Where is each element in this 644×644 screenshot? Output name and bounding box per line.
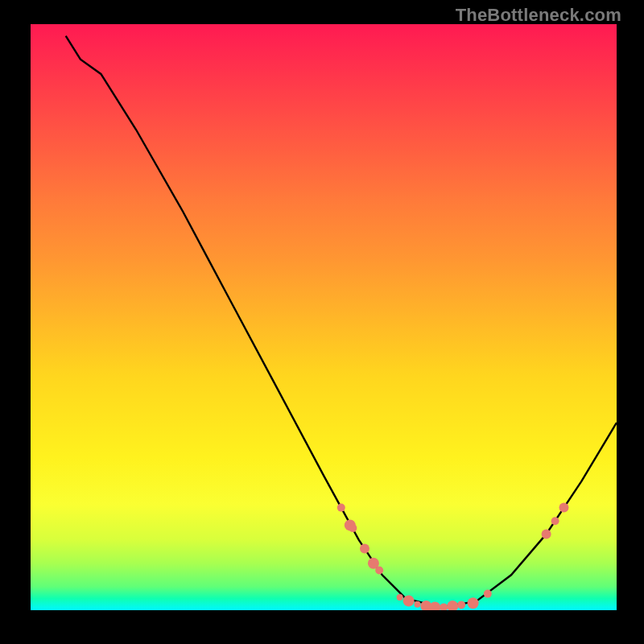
curve-marker: [397, 594, 403, 601]
bottleneck-curve: [66, 36, 617, 608]
curve-marker: [542, 529, 551, 539]
plot-area: [31, 24, 617, 610]
curve-marker: [457, 601, 465, 609]
curve-marker: [415, 601, 421, 608]
curve-marker: [337, 504, 345, 512]
chart-frame: TheBottleneck.com: [0, 0, 644, 644]
curve-markers: [337, 503, 569, 610]
curve-marker: [447, 601, 458, 610]
curve-marker: [468, 597, 479, 609]
curve-marker: [440, 603, 448, 610]
curve-marker: [349, 524, 357, 532]
curve-marker: [559, 503, 569, 513]
watermark-text: TheBottleneck.com: [456, 5, 621, 26]
curve-marker: [551, 517, 559, 525]
curve-marker: [375, 567, 383, 575]
curve-layer: [31, 24, 617, 610]
curve-marker: [403, 595, 415, 606]
curve-marker: [484, 590, 492, 598]
curve-marker: [360, 544, 369, 554]
curve-marker: [429, 601, 440, 610]
